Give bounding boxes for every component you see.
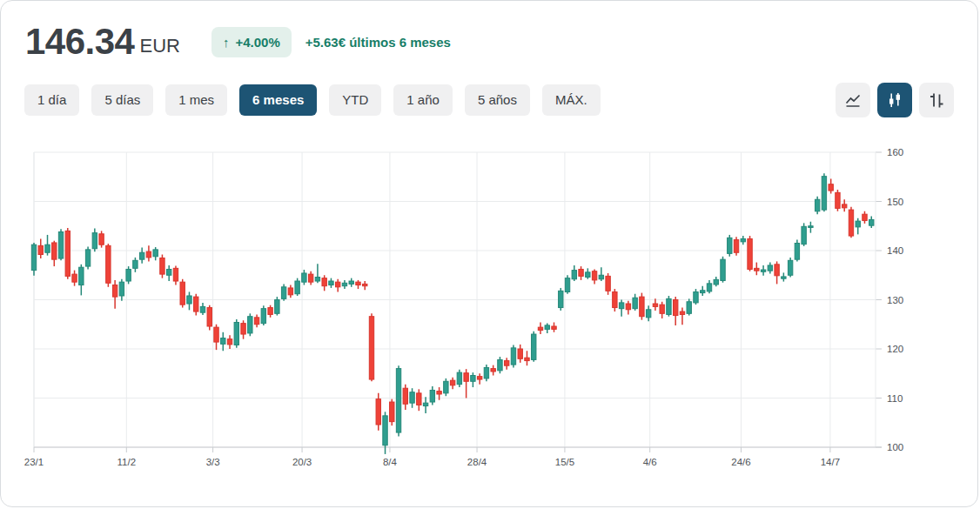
x-axis-label: 4/6 <box>643 457 657 467</box>
candle <box>349 281 353 284</box>
candle <box>579 269 583 276</box>
candle <box>640 297 644 317</box>
candle <box>45 244 50 252</box>
candle <box>775 265 779 276</box>
candle <box>119 282 124 296</box>
candle <box>112 285 117 298</box>
candle <box>275 300 279 314</box>
change-summary: +5.63€ últimos 6 meses <box>305 35 451 50</box>
candle <box>782 277 786 278</box>
candle <box>477 377 481 379</box>
y-axis-label: 110 <box>887 393 903 404</box>
candle <box>403 388 407 404</box>
candle <box>734 240 738 253</box>
ohlc-chart-icon <box>927 90 946 110</box>
candle <box>694 291 698 302</box>
range-button-5-días[interactable]: 5 días <box>91 84 153 117</box>
range-button-1-mes[interactable]: 1 mes <box>165 84 227 117</box>
price-card: 146.34 EUR ↑ +4.00% +5.63€ últimos 6 mes… <box>0 0 978 507</box>
candle <box>227 339 232 345</box>
candle <box>565 278 569 292</box>
range-button-máx-[interactable]: MÁX. <box>542 84 601 117</box>
candle <box>315 278 319 282</box>
candle <box>619 303 623 309</box>
arrow-up-icon: ↑ <box>223 35 230 50</box>
candle <box>829 184 833 191</box>
x-axis-label: 24/6 <box>731 457 750 467</box>
x-axis-label: 3/3 <box>206 457 220 467</box>
candle <box>106 245 111 283</box>
candle <box>525 358 529 360</box>
candle <box>167 269 171 275</box>
candle <box>660 305 664 313</box>
candle <box>444 381 448 393</box>
price-chart[interactable]: 10011012013014015016023/111/23/320/38/42… <box>23 144 977 479</box>
candle <box>410 392 414 403</box>
range-selector: 1 día5 días1 mes6 mesesYTD1 año5 añosMÁX… <box>24 84 601 117</box>
candle <box>430 390 434 402</box>
range-button-1-año[interactable]: 1 año <box>393 84 453 117</box>
range-button-5-años[interactable]: 5 años <box>465 84 530 117</box>
line-chart-icon <box>843 90 863 110</box>
candle <box>187 296 191 304</box>
candle <box>714 279 718 285</box>
candle <box>153 250 158 257</box>
candle <box>721 259 725 280</box>
candle <box>815 199 819 211</box>
candle <box>248 317 252 333</box>
candle <box>653 304 657 306</box>
price-header: 146.34 EUR ↑ +4.00% +5.63€ últimos 6 mes… <box>1 1 977 60</box>
candle <box>173 268 178 281</box>
x-axis-label: 14/7 <box>821 457 840 467</box>
candles <box>31 173 874 454</box>
candle <box>126 269 131 281</box>
candle <box>200 306 205 312</box>
candle <box>626 304 630 310</box>
candle <box>383 416 387 445</box>
x-axis-label: 23/1 <box>24 457 44 467</box>
candle <box>342 283 346 285</box>
candle <box>633 298 637 308</box>
candle <box>133 260 138 268</box>
candle <box>31 244 36 270</box>
candle <box>592 271 596 280</box>
candle <box>308 274 312 282</box>
candlestick-chart-button[interactable] <box>877 83 912 117</box>
candle <box>511 348 515 365</box>
candle <box>450 380 454 385</box>
candle <box>423 403 427 405</box>
candle <box>755 268 759 271</box>
candle <box>646 310 650 318</box>
candle <box>491 369 495 372</box>
candle <box>795 244 799 260</box>
candle <box>356 282 360 285</box>
candle <box>809 226 813 228</box>
line-chart-button[interactable] <box>836 83 870 117</box>
candle <box>538 327 542 330</box>
range-button-6-meses[interactable]: 6 meses <box>239 84 317 117</box>
y-axis-label: 120 <box>887 344 903 354</box>
candle <box>856 221 860 227</box>
candlestick-chart-canvas[interactable]: 10011012013014015016023/111/23/320/38/42… <box>23 144 963 476</box>
candle <box>464 373 468 382</box>
candle <box>194 297 198 311</box>
ohlc-chart-button[interactable] <box>919 83 954 117</box>
candle <box>85 250 90 266</box>
candle <box>52 243 57 259</box>
candle <box>674 300 678 316</box>
candle <box>79 267 84 285</box>
candle <box>822 177 826 210</box>
candle <box>842 204 847 208</box>
x-axis-label: 20/3 <box>292 457 312 467</box>
candle <box>788 260 792 275</box>
y-axis-label: 140 <box>887 245 903 256</box>
candle <box>484 367 488 378</box>
candle <box>214 327 218 342</box>
candle <box>92 233 97 249</box>
range-button-1-día[interactable]: 1 día <box>24 84 79 117</box>
range-button-ytd[interactable]: YTD <box>329 84 381 117</box>
candle <box>241 324 245 334</box>
candle <box>869 219 874 225</box>
candle <box>741 238 745 241</box>
change-percent: +4.00% <box>235 35 279 50</box>
